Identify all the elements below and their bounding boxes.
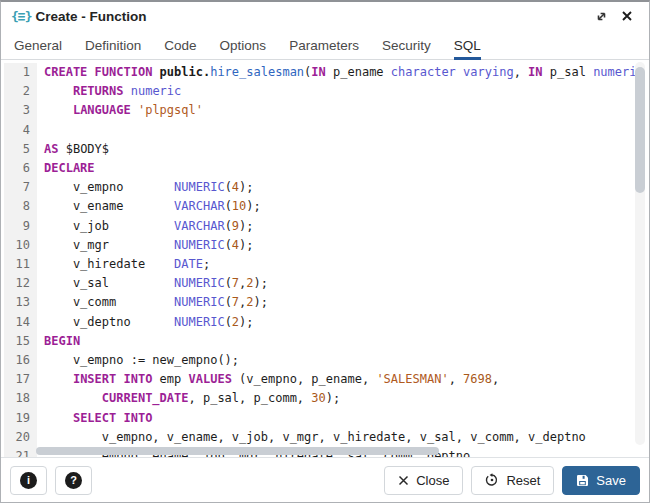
function-braces-icon: {≡} — [11, 9, 31, 24]
line-number: 16 — [4, 351, 37, 370]
code-text: INSERT INTO emp VALUES (v_empno, p_ename… — [37, 370, 499, 389]
close-button[interactable]: Close — [384, 466, 463, 495]
save-icon — [576, 474, 589, 487]
code-text: v_empno NUMERIC(4); — [37, 178, 254, 197]
sql-editor[interactable]: 1CREATE FUNCTION public.hire_salesman(IN… — [1, 60, 649, 457]
code-text: v_comm NUMERIC(7,2); — [37, 293, 268, 312]
line-number: 19 — [4, 409, 37, 428]
line-number: 11 — [4, 255, 37, 274]
dialog-header: {≡} Create - Function — [1, 2, 649, 30]
reset-button-label: Reset — [506, 473, 540, 488]
code-text — [37, 121, 44, 140]
info-button[interactable]: i — [10, 466, 47, 495]
tab-parameters[interactable]: Parameters — [289, 30, 359, 60]
code-line: 4 — [1, 121, 649, 140]
close-x-icon — [398, 475, 409, 486]
code-text: RETURNS numeric — [37, 82, 181, 101]
line-number: 4 — [4, 121, 37, 140]
code-line: 3 LANGUAGE 'plpgsql' — [1, 101, 649, 120]
code-text: DECLARE — [37, 159, 95, 178]
dialog-footer: i ? Close Reset S — [1, 457, 649, 502]
line-number: 14 — [4, 313, 37, 332]
tab-code[interactable]: Code — [164, 30, 196, 60]
line-number: 2 — [4, 82, 37, 101]
code-text: CREATE FUNCTION public.hire_salesman(IN … — [37, 63, 644, 82]
line-number: 15 — [4, 332, 37, 351]
code-line: 2 RETURNS numeric — [1, 82, 649, 101]
code-text: v_mgr NUMERIC(4); — [37, 236, 254, 255]
horizontal-scrollbar-thumb[interactable] — [36, 447, 439, 455]
line-number: 13 — [4, 293, 37, 312]
save-button-label: Save — [596, 473, 626, 488]
code-text: AS $BODY$ — [37, 140, 109, 159]
code-line: 16 v_empno := new_empno(); — [1, 351, 649, 370]
code-text: BEGIN — [37, 332, 80, 351]
tab-sql[interactable]: SQL — [454, 30, 481, 60]
code-text: LANGUAGE 'plpgsql' — [37, 101, 203, 120]
code-lines: 1CREATE FUNCTION public.hire_salesman(IN… — [1, 60, 649, 457]
code-line: 18 CURRENT_DATE, p_sal, p_comm, 30); — [1, 389, 649, 408]
info-icon: i — [20, 472, 37, 489]
tab-options[interactable]: Options — [220, 30, 267, 60]
line-number: 3 — [4, 101, 37, 120]
code-text: v_ename VARCHAR(10); — [37, 197, 261, 216]
close-button-label: Close — [416, 473, 449, 488]
create-function-dialog: {≡} Create - Function GeneralDefinitionC… — [0, 0, 650, 503]
code-text: v_hiredate DATE; — [37, 255, 210, 274]
line-number: 21 — [4, 447, 37, 457]
help-button[interactable]: ? — [55, 466, 92, 495]
line-number: 7 — [4, 178, 37, 197]
tab-security[interactable]: Security — [382, 30, 431, 60]
tab-general[interactable]: General — [14, 30, 62, 60]
code-text: SELECT INTO — [37, 409, 152, 428]
code-line: 6DECLARE — [1, 159, 649, 178]
code-line: 11 v_hiredate DATE; — [1, 255, 649, 274]
dialog-title: Create - Function — [35, 9, 146, 24]
code-text: v_sal NUMERIC(7,2); — [37, 274, 268, 293]
line-number: 1 — [4, 63, 37, 82]
line-number: 8 — [4, 197, 37, 216]
vertical-scrollbar-thumb[interactable] — [635, 67, 645, 193]
code-text: v_empno, v_ename, v_job, v_mgr, v_hireda… — [37, 428, 586, 447]
reset-button[interactable]: Reset — [471, 466, 554, 495]
close-dialog-icon[interactable] — [617, 6, 637, 26]
code-line: 15BEGIN — [1, 332, 649, 351]
code-text: v_deptno NUMERIC(2); — [37, 313, 254, 332]
save-button[interactable]: Save — [562, 466, 640, 495]
help-icon: ? — [65, 472, 82, 489]
code-line: 9 v_job VARCHAR(9); — [1, 217, 649, 236]
code-text: v_empno := new_empno(); — [37, 351, 239, 370]
code-line: 14 v_deptno NUMERIC(2); — [1, 313, 649, 332]
line-number: 5 — [4, 140, 37, 159]
line-number: 9 — [4, 217, 37, 236]
code-line: 1CREATE FUNCTION public.hire_salesman(IN… — [1, 63, 649, 82]
code-line: 12 v_sal NUMERIC(7,2); — [1, 274, 649, 293]
code-line: 5AS $BODY$ — [1, 140, 649, 159]
tab-definition[interactable]: Definition — [85, 30, 141, 60]
code-line: 20 v_empno, v_ename, v_job, v_mgr, v_hir… — [1, 428, 649, 447]
line-number: 20 — [4, 428, 37, 447]
code-text: CURRENT_DATE, p_sal, p_comm, 30); — [37, 389, 340, 408]
line-number: 6 — [4, 159, 37, 178]
code-line: 10 v_mgr NUMERIC(4); — [1, 236, 649, 255]
code-text: v_job VARCHAR(9); — [37, 217, 254, 236]
code-line: 8 v_ename VARCHAR(10); — [1, 197, 649, 216]
dialog-tabbar: GeneralDefinitionCodeOptionsParametersSe… — [1, 30, 649, 60]
code-line: 17 INSERT INTO emp VALUES (v_empno, p_en… — [1, 370, 649, 389]
line-number: 18 — [4, 389, 37, 408]
maximize-icon[interactable] — [591, 6, 611, 26]
line-number: 12 — [4, 274, 37, 293]
code-line: 7 v_empno NUMERIC(4); — [1, 178, 649, 197]
code-line: 19 SELECT INTO — [1, 409, 649, 428]
line-number: 17 — [4, 370, 37, 389]
code-line: 13 v_comm NUMERIC(7,2); — [1, 293, 649, 312]
line-number: 10 — [4, 236, 37, 255]
reset-icon — [485, 473, 499, 487]
